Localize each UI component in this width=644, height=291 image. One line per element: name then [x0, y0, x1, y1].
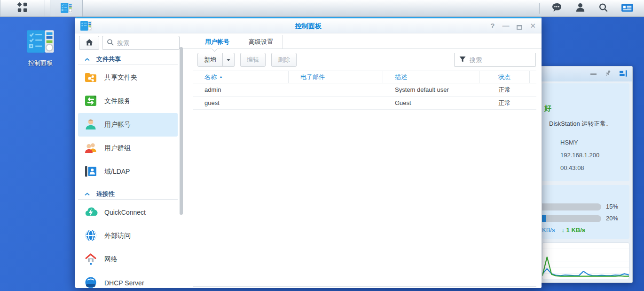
column-description[interactable]: 描述	[383, 71, 479, 83]
taskbar	[0, 0, 644, 17]
dhcp-server-icon	[84, 275, 98, 289]
sidebar: 文件共享 共享文件夹	[75, 35, 183, 288]
caret-down-icon	[227, 59, 230, 61]
file-services-icon	[84, 94, 98, 109]
add-button[interactable]: 新增	[197, 53, 223, 67]
server-uptime: 00:43:08	[560, 162, 599, 174]
network-speed-row: KB/s ↓ 1 KB/s	[542, 226, 585, 234]
filter-search	[454, 53, 536, 67]
health-message: DiskStation 运转正常。	[549, 120, 612, 128]
window-titlebar[interactable]: 控制面板 ? — ✕	[75, 17, 542, 33]
widgets-icon	[621, 8, 634, 15]
sidebar-search-input[interactable]	[117, 40, 179, 47]
delete-button[interactable]: 删除	[271, 53, 297, 67]
main-menu-icon	[17, 2, 28, 15]
server-ip: 192.168.1.200	[560, 149, 599, 162]
sidebar-item-shared-folder[interactable]: 共享文件夹	[78, 66, 178, 89]
server-info: HSMY 192.168.1.200 00:43:08	[560, 136, 599, 174]
user-icon	[575, 8, 586, 15]
home-icon	[85, 38, 94, 48]
notifications-button[interactable]	[551, 2, 563, 15]
upload-speed: KB/s	[542, 226, 555, 234]
desktop-shortcut-control-panel[interactable]: 控制面板	[14, 28, 67, 67]
desktop: { "taskbar": { "icons": ["main-menu", "c…	[0, 0, 644, 291]
user-groups-icon	[84, 141, 98, 156]
table-row-guest[interactable]: guest Guest 正常	[193, 97, 536, 110]
search-button[interactable]	[598, 2, 609, 15]
widget-minimize-icon[interactable]	[590, 73, 597, 75]
greeting-text: 好	[544, 104, 551, 113]
section-file-sharing[interactable]: 文件共享	[78, 54, 178, 65]
search-icon	[598, 8, 609, 15]
sidebar-item-user-groups[interactable]: 用户群组	[78, 137, 178, 160]
widgets-button[interactable]	[621, 2, 634, 15]
widget-panel: 好 DiskStation 运转正常。 HSMY 192.168.1.200 0…	[539, 66, 633, 283]
cpu-usage-bar	[542, 203, 601, 210]
sidebar-item-external-access[interactable]: 外部访问	[78, 224, 178, 248]
table-header: 名称 ▲ 电子邮件 描述 状态	[193, 71, 536, 83]
sidebar-item-dhcp-server[interactable]: DHCP Server	[78, 271, 178, 288]
sidebar-scrollbar[interactable]	[180, 47, 183, 215]
column-email[interactable]: 电子邮件	[289, 71, 383, 83]
system-health-widget: 好 DiskStation 运转正常。 HSMY 192.168.1.200 0…	[542, 83, 629, 181]
tabs-row: 用户帐号 高级设置	[183, 35, 542, 49]
sidebar-item-file-services[interactable]: 文件服务	[78, 89, 178, 113]
user-table: 名称 ▲ 电子邮件 描述 状态 admin System default use…	[193, 71, 536, 110]
minimize-button[interactable]: —	[502, 21, 509, 31]
ram-usage-bar	[542, 215, 601, 222]
sidebar-item-quickconnect[interactable]: QuickConnect	[78, 201, 178, 224]
download-speed: ↓ 1 KB/s	[561, 226, 585, 234]
toolbar: 新增 编辑 删除	[197, 53, 297, 67]
network-icon	[84, 252, 98, 267]
dock-panel-icon[interactable]	[619, 70, 628, 79]
main-pane: 用户帐号 高级设置 新增 编辑 删除	[183, 35, 542, 288]
chevron-up-icon	[85, 190, 90, 197]
help-button[interactable]: ?	[490, 21, 495, 31]
filter-search-input[interactable]	[470, 57, 535, 64]
user-account-icon	[84, 117, 98, 133]
sidebar-search	[102, 36, 180, 50]
resource-monitor-widget: 15% 20% KB/s ↓ 1 KB/s	[542, 185, 629, 239]
domain-ldap-icon	[84, 164, 98, 180]
tab-advanced-settings[interactable]: 高级设置	[239, 35, 283, 48]
table-row-admin[interactable]: admin System default user 正常	[193, 83, 536, 97]
add-dropdown-button[interactable]	[223, 53, 235, 67]
magnifier-icon	[106, 38, 114, 48]
chevron-up-icon	[85, 56, 90, 63]
window-title: 控制面板	[75, 22, 542, 31]
sort-asc-icon: ▲	[219, 75, 223, 79]
sidebar-item-domain-ldap[interactable]: 域/LDAP	[78, 160, 178, 184]
network-chart-lines	[542, 243, 629, 279]
control-panel-shortcut-icon	[26, 49, 55, 56]
table-footer: 2 个项目	[193, 286, 536, 288]
quickconnect-icon	[84, 205, 98, 220]
sidebar-item-network[interactable]: 网络	[78, 248, 178, 271]
user-menu-button[interactable]	[575, 2, 586, 15]
column-status[interactable]: 状态	[479, 71, 530, 83]
ram-usage-fill	[542, 215, 546, 222]
shortcut-label: 控制面板	[14, 59, 67, 67]
maximize-button[interactable]	[517, 25, 522, 30]
pin-icon[interactable]	[604, 69, 612, 79]
ram-usage-label: 20%	[606, 215, 618, 222]
down-arrow-icon: ↓	[561, 226, 565, 234]
shared-folder-icon	[84, 70, 98, 86]
sidebar-item-user-account[interactable]: 用户帐号	[78, 113, 178, 137]
close-button[interactable]: ✕	[530, 21, 536, 31]
network-activity-chart	[542, 242, 629, 279]
filter-funnel-icon	[459, 56, 466, 65]
main-menu-button[interactable]	[0, 0, 45, 16]
control-panel-app-button[interactable]	[50, 0, 83, 16]
tab-user-account[interactable]: 用户帐号	[195, 35, 239, 48]
column-spacer	[530, 71, 542, 83]
home-button[interactable]	[79, 36, 99, 50]
control-panel-window: 控制面板 ? — ✕	[75, 17, 542, 288]
column-name[interactable]: 名称 ▲	[193, 71, 289, 83]
control-panel-app-icon	[60, 2, 73, 15]
cpu-usage-label: 15%	[606, 203, 618, 210]
server-name: HSMY	[560, 136, 599, 149]
section-connectivity[interactable]: 连接性	[78, 188, 178, 200]
widget-panel-header	[539, 66, 632, 81]
external-access-icon	[84, 228, 98, 244]
edit-button[interactable]: 编辑	[240, 53, 266, 67]
